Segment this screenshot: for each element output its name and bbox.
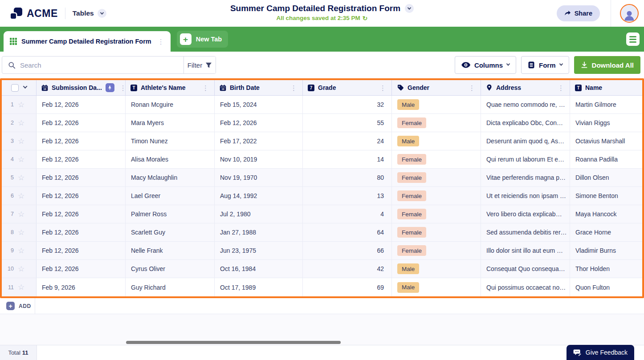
cell-submission-date[interactable]: Feb 12, 2026 <box>37 169 126 186</box>
cell-gender[interactable]: Female <box>392 187 481 205</box>
cell-birth-date[interactable]: Nov 10, 2019 <box>215 150 303 168</box>
new-tab-button[interactable]: + New Tab <box>177 31 228 48</box>
table-row[interactable]: 6☆Feb 12, 2026Lael GreerAug 14, 199213Fe… <box>2 187 642 205</box>
cell-name[interactable]: Vivian Riggs <box>570 114 642 132</box>
cell-address[interactable]: Ut et reiciendis non ipsam … <box>481 187 570 205</box>
cell-athlete-name[interactable]: Macy Mclaughlin <box>126 169 215 186</box>
cell-birth-date[interactable]: Feb 12, 2026 <box>215 114 303 132</box>
table-row[interactable]: 8☆Feb 12, 2026Scarlett GuyJan 27, 198864… <box>2 223 642 242</box>
star-icon[interactable]: ☆ <box>18 283 24 291</box>
table-row[interactable]: 1☆Feb 12, 2026Ronan McguireFeb 15, 20243… <box>2 96 642 114</box>
cell-address[interactable]: Sed assumenda debitis rer… <box>481 223 570 241</box>
tables-menu[interactable]: Tables <box>73 9 106 18</box>
star-icon[interactable]: ☆ <box>18 192 24 200</box>
column-menu-icon[interactable]: ⋮ <box>378 85 388 91</box>
cell-submission-date[interactable]: Feb 12, 2026 <box>37 223 126 241</box>
share-button[interactable]: Share <box>557 5 600 21</box>
cell-submission-date[interactable]: Feb 12, 2026 <box>37 114 126 132</box>
column-menu-icon[interactable]: ⋮ <box>556 85 566 91</box>
cell-birth-date[interactable]: Jan 27, 1988 <box>215 223 303 241</box>
cell-birth-date[interactable]: Oct 17, 1989 <box>215 278 303 296</box>
table-row[interactable]: 3☆Feb 12, 2026Timon NunezFeb 17, 202224M… <box>2 132 642 150</box>
cell-athlete-name[interactable]: Timon Nunez <box>126 132 215 150</box>
avatar[interactable] <box>620 4 639 23</box>
cell-grade[interactable]: 13 <box>303 187 392 205</box>
cell-grade[interactable]: 32 <box>303 96 392 113</box>
cell-gender[interactable]: Male <box>392 132 481 150</box>
star-icon[interactable]: ☆ <box>18 229 24 236</box>
tab-menu-icon[interactable]: ⋮ <box>156 38 166 45</box>
cell-name[interactable]: Thor Holden <box>570 260 642 278</box>
cell-athlete-name[interactable]: Scarlett Guy <box>126 223 215 241</box>
cell-athlete-name[interactable]: Alisa Morales <box>126 150 215 168</box>
cell-athlete-name[interactable]: Nelle Frank <box>126 242 215 259</box>
table-row[interactable]: 2☆Feb 12, 2026Mara MyersFeb 12, 202655Fe… <box>2 114 642 132</box>
cell-athlete-name[interactable]: Lael Greer <box>126 187 215 205</box>
cell-address[interactable]: Vitae perferendis magna p… <box>481 169 570 186</box>
star-icon[interactable]: ☆ <box>18 119 24 127</box>
cell-birth-date[interactable]: Feb 17, 2022 <box>215 132 303 150</box>
cell-gender[interactable]: Female <box>392 242 481 259</box>
chevron-down-icon[interactable] <box>98 9 106 18</box>
cell-submission-date[interactable]: Feb 12, 2026 <box>37 260 126 278</box>
cell-grade[interactable]: 66 <box>303 242 392 259</box>
table-row[interactable]: 4☆Feb 12, 2026Alisa MoralesNov 10, 20191… <box>2 150 642 169</box>
table-row[interactable]: 5☆Feb 12, 2026Macy MclaughlinNov 19, 197… <box>2 169 642 187</box>
cell-grade[interactable]: 80 <box>303 169 392 186</box>
column-header-submission-da[interactable]: 10Submission Da...⋮ <box>37 80 126 95</box>
cell-name[interactable]: Grace Horne <box>570 223 642 241</box>
cell-address[interactable]: Illo dolor sint illo aut eum … <box>481 242 570 259</box>
cell-athlete-name[interactable]: Mara Myers <box>126 114 215 132</box>
cell-gender[interactable]: Female <box>392 169 481 186</box>
cell-name[interactable]: Roanna Padilla <box>570 150 642 168</box>
star-icon[interactable]: ☆ <box>18 247 24 255</box>
add-row-button[interactable]: + ADD <box>0 298 35 314</box>
cell-birth-date[interactable]: Feb 15, 2024 <box>215 96 303 113</box>
give-feedback-button[interactable]: Give Feedback <box>567 345 634 360</box>
columns-button[interactable]: Columns <box>455 56 516 74</box>
cell-submission-date[interactable]: Feb 12, 2026 <box>37 242 126 259</box>
cell-submission-date[interactable]: Feb 12, 2026 <box>37 96 126 113</box>
table-row[interactable]: 10☆Feb 12, 2026Cyrus OliverOct 16, 19844… <box>2 260 642 278</box>
column-header-grade[interactable]: 7Grade⋮ <box>303 80 392 95</box>
download-all-button[interactable]: Download All <box>574 56 640 74</box>
column-header-address[interactable]: Address⋮ <box>481 80 570 95</box>
star-icon[interactable]: ☆ <box>18 156 24 163</box>
column-header-name[interactable]: TName <box>570 80 642 95</box>
column-menu-icon[interactable]: ⋮ <box>289 85 299 91</box>
cell-birth-date[interactable]: Jun 23, 1975 <box>215 242 303 259</box>
cell-grade[interactable]: 64 <box>303 223 392 241</box>
cell-athlete-name[interactable]: Guy Richard <box>126 278 215 296</box>
column-menu-icon[interactable]: ⋮ <box>467 85 477 91</box>
cell-submission-date[interactable]: Feb 9, 2026 <box>37 278 126 296</box>
cell-name[interactable]: Octavius Marshall <box>570 132 642 150</box>
cell-gender[interactable]: Female <box>392 205 481 223</box>
cell-gender[interactable]: Female <box>392 150 481 168</box>
cell-submission-date[interactable]: Feb 12, 2026 <box>37 150 126 168</box>
panel-menu-button[interactable] <box>626 32 640 46</box>
cell-gender[interactable]: Female <box>392 114 481 132</box>
star-icon[interactable]: ☆ <box>18 138 24 145</box>
column-header-gender[interactable]: Gender⋮ <box>392 80 481 95</box>
table-row[interactable]: 7☆Feb 12, 2026Palmer RossJul 2, 19804Fem… <box>2 205 642 223</box>
acme-logo[interactable]: ACME <box>5 8 58 20</box>
cell-birth-date[interactable]: Oct 16, 1984 <box>215 260 303 278</box>
cell-grade[interactable]: 24 <box>303 132 392 150</box>
cell-grade[interactable]: 14 <box>303 150 392 168</box>
cell-athlete-name[interactable]: Ronan Mcguire <box>126 96 215 113</box>
pinned-column-icon[interactable] <box>106 83 114 92</box>
cell-name[interactable]: Dillon Olsen <box>570 169 642 186</box>
star-icon[interactable]: ☆ <box>18 210 24 218</box>
cell-gender[interactable]: Female <box>392 223 481 241</box>
cell-address[interactable]: Qui possimus occaecat no… <box>481 278 570 296</box>
cell-birth-date[interactable]: Nov 19, 1970 <box>215 169 303 186</box>
cell-grade[interactable]: 69 <box>303 278 392 296</box>
column-header-athlete-s-name[interactable]: TAthlete's Name⋮ <box>126 80 215 95</box>
cell-grade[interactable]: 55 <box>303 114 392 132</box>
column-menu-icon[interactable]: ⋮ <box>118 85 126 91</box>
cell-address[interactable]: Qui rerum ut laborum Et e… <box>481 150 570 168</box>
column-header-birth-date[interactable]: 10Birth Date⋮ <box>215 80 303 95</box>
cell-address[interactable]: Consequat Quo consequa… <box>481 260 570 278</box>
cell-address[interactable]: Deserunt anim quod q, As… <box>481 132 570 150</box>
star-icon[interactable]: ☆ <box>18 174 24 182</box>
